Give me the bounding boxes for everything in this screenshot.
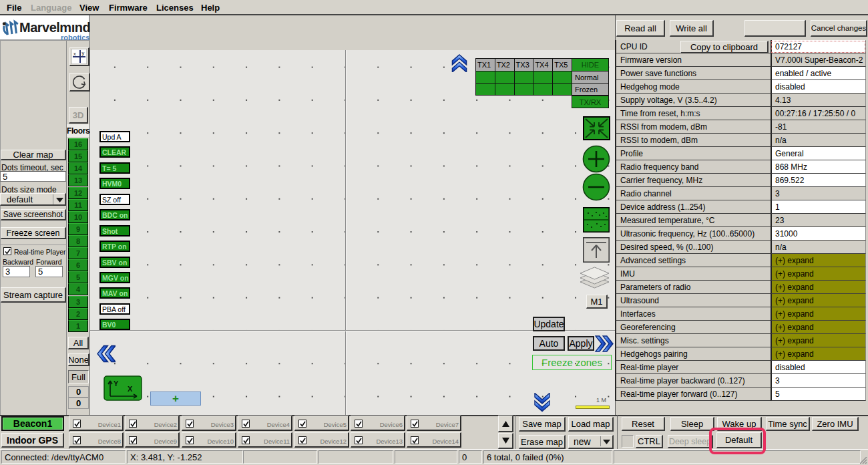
svg-text:X: X: [128, 385, 133, 393]
svg-text:x: x: [73, 51, 76, 57]
svg-text:Y: Y: [114, 379, 119, 388]
svg-text:y: y: [82, 50, 85, 56]
